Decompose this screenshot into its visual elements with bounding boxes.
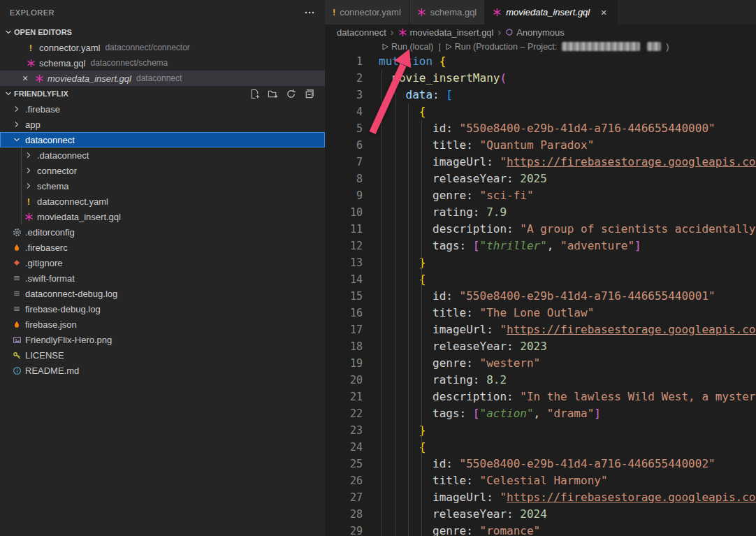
explorer-sidebar: EXPLORER OPEN EDITORS !connector.yamldat… [0, 0, 325, 536]
open-editor-path: dataconnect [136, 73, 182, 83]
code-line-23: 23 } [325, 422, 756, 439]
open-editor-schema-gql[interactable]: schema.gqldataconnect/schema [0, 55, 325, 71]
line-number: 13 [325, 254, 363, 271]
tree-item-firebaserc[interactable]: .firebaserc [0, 240, 325, 255]
yaml-file-icon: ! [22, 194, 36, 208]
tree-item-label: .dataconnect [37, 150, 89, 161]
graphql-file-icon [24, 56, 38, 70]
tree-item-dataconnect[interactable]: dataconnect [0, 132, 325, 147]
tree-item-schema[interactable]: schema [0, 178, 325, 194]
breadcrumb-anonymous[interactable]: Anonymous [505, 27, 565, 38]
chevron-right-icon [10, 102, 24, 116]
code-line-28: 28 releaseYear: 2024 [325, 506, 756, 523]
tree-item-dataconnect-yaml[interactable]: !dataconnect.yaml [0, 194, 325, 209]
line-number: 24 [325, 439, 363, 456]
line-number: 9 [325, 187, 363, 204]
line-number: 28 [325, 506, 363, 523]
line-number: 22 [325, 405, 363, 422]
line-number: 1 [325, 53, 363, 70]
code-line-20: 20 rating: 8.2 [325, 372, 756, 389]
tree-item-label: README.md [25, 365, 79, 376]
info-file-icon [10, 363, 24, 377]
tree-item-firebase-json[interactable]: firebase.json [0, 317, 325, 332]
tree-item-editorconfig[interactable]: .editorconfig [0, 224, 325, 240]
open-editor-name: connector.yaml [39, 43, 100, 53]
tree-item-label: .editorconfig [25, 227, 75, 238]
line-number: 6 [325, 137, 363, 154]
code-editor[interactable]: 1mutation {2 movie_insertMany(3 data: [4… [325, 53, 756, 536]
code-line-26: 26 title: "Celestial Harmony" [325, 472, 756, 489]
graphql-file-icon [22, 210, 36, 224]
tree-item-dataconnect[interactable]: .dataconnect [0, 147, 325, 163]
line-number: 18 [325, 338, 363, 355]
breadcrumb-dataconnect[interactable]: dataconnect [337, 27, 386, 38]
tree-item-swift-format[interactable]: .swift-format [0, 270, 325, 286]
tree-item-friendlyflix-hero-png[interactable]: FriendlyFlix-Hero.png [0, 332, 325, 347]
tree-item-label: LICENSE [25, 350, 64, 361]
tree-item-readme-md[interactable]: README.md [0, 363, 325, 378]
open-editors-section-header[interactable]: OPEN EDITORS [0, 24, 325, 40]
close-icon[interactable]: × [598, 6, 609, 18]
explorer-header: EXPLORER [0, 0, 325, 24]
tree-item-firebase-debug-log[interactable]: firebase-debug.log [0, 301, 325, 317]
doc-file-icon [10, 287, 24, 300]
tab-moviedata-insert-gql[interactable]: moviedata_insert.gql× [485, 0, 618, 24]
breadcrumb-separator: › [497, 27, 501, 38]
workspace-section-header[interactable]: FRIENDLYFLIX [0, 86, 325, 101]
run-local-button[interactable]: Run (local) [382, 42, 433, 52]
image-file-icon [10, 333, 24, 347]
chevron-right-icon [22, 164, 36, 178]
graphql-file-icon [417, 8, 426, 17]
close-icon[interactable]: × [18, 73, 32, 84]
tree-item-gitignore[interactable]: .gitignore [0, 255, 325, 270]
tree-item-connector[interactable]: connector [0, 163, 325, 178]
code-line-17: 17 imageUrl: "https://firebasestorage.go… [325, 321, 756, 338]
firebase-file-icon [10, 317, 24, 331]
editor-group: !connector.yamlschema.gqlmoviedata_inser… [325, 0, 756, 536]
line-number: 26 [325, 472, 363, 489]
code-line-8: 8 releaseYear: 2025 [325, 171, 756, 187]
line-number: 17 [325, 321, 363, 338]
line-number: 11 [325, 221, 363, 238]
line-number: 15 [325, 288, 363, 305]
tree-item-label: dataconnect.yaml [37, 196, 108, 207]
tree-item-moviedata-insert-gql[interactable]: moviedata_insert.gql [0, 209, 325, 224]
yaml-file-icon: ! [24, 41, 38, 55]
open-editor-connector-yaml[interactable]: !connector.yamldataconnect/connector [0, 40, 325, 55]
firebase-file-icon [10, 240, 24, 254]
tab-connector-yaml[interactable]: !connector.yaml [325, 0, 409, 24]
tree-item-label: .gitignore [25, 258, 62, 268]
line-number: 20 [325, 372, 363, 389]
code-line-6: 6 title: "Quantum Paradox" [325, 137, 756, 154]
vscode-window: EXPLORER OPEN EDITORS !connector.yamldat… [0, 0, 756, 536]
tree-item-app[interactable]: app [0, 117, 325, 132]
tree-item-license[interactable]: LICENSE [0, 347, 325, 363]
line-number: 3 [325, 87, 363, 103]
tree-item-label: firebase-debug.log [25, 304, 101, 314]
code-line-19: 19 genre: "western" [325, 355, 756, 372]
git-file-icon [10, 256, 24, 270]
tree-item-firebase[interactable]: .firebase [0, 101, 325, 117]
new-folder-icon[interactable] [267, 88, 279, 100]
code-line-13: 13 } [325, 254, 756, 271]
line-number: 25 [325, 456, 363, 472]
more-actions-icon[interactable] [304, 7, 315, 18]
tree-item-label: dataconnect-debug.log [25, 289, 117, 299]
tab-schema-gql[interactable]: schema.gql [409, 0, 485, 24]
tree-item-dataconnect-debug-log[interactable]: dataconnect-debug.log [0, 286, 325, 301]
collapse-all-icon[interactable] [303, 88, 315, 100]
line-number: 12 [325, 238, 363, 254]
new-file-icon[interactable] [249, 88, 261, 100]
code-line-11: 11 description: "A group of scientists a… [325, 221, 756, 238]
graphql-icon [398, 28, 407, 37]
open-editor-moviedata-insert-gql[interactable]: ×moviedata_insert.gqldataconnect [0, 71, 325, 86]
refresh-icon[interactable] [285, 88, 297, 100]
run-production-button[interactable]: Run (Production – Project: ) [446, 42, 669, 52]
explorer-title: EXPLORER [10, 8, 54, 17]
breadcrumb-moviedata-insert-gql[interactable]: moviedata_insert.gql [398, 27, 494, 38]
breadcrumb: dataconnect›moviedata_insert.gql›Anonymo… [325, 24, 756, 40]
code-line-18: 18 releaseYear: 2023 [325, 338, 756, 355]
code-line-24: 24 { [325, 439, 756, 456]
line-number: 2 [325, 70, 363, 87]
open-editor-name: schema.gql [39, 58, 85, 68]
